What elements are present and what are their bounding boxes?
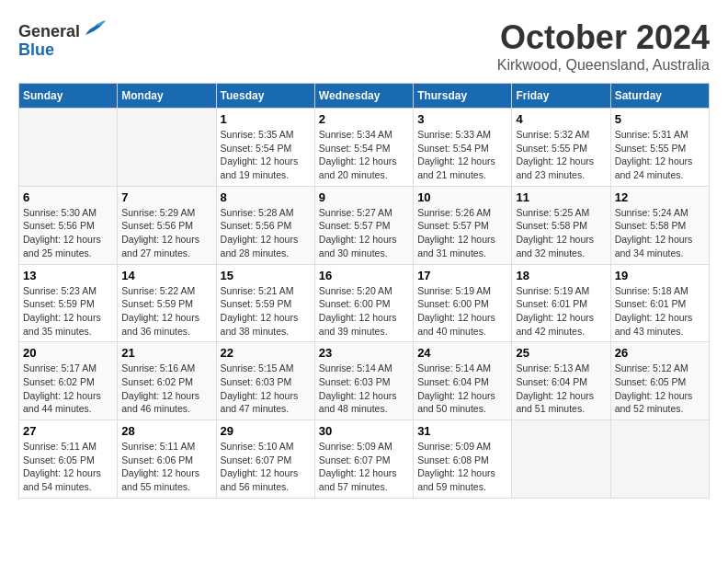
column-header-monday: Monday — [118, 84, 216, 109]
day-cell: 17Sunrise: 5:19 AMSunset: 6:00 PMDayligh… — [414, 264, 512, 342]
day-number: 18 — [516, 269, 606, 282]
day-number: 20 — [23, 346, 113, 360]
location: Kirkwood, Queensland, Australia — [497, 57, 710, 74]
column-header-saturday: Saturday — [610, 84, 709, 109]
day-info: Sunrise: 5:26 AMSunset: 5:57 PMDaylight:… — [417, 206, 507, 260]
day-info: Sunrise: 5:31 AMSunset: 5:55 PMDaylight:… — [615, 128, 705, 182]
day-cell: 20Sunrise: 5:17 AMSunset: 6:02 PMDayligh… — [19, 342, 118, 420]
day-info: Sunrise: 5:19 AMSunset: 6:00 PMDaylight:… — [417, 284, 507, 339]
day-cell: 19Sunrise: 5:18 AMSunset: 6:01 PMDayligh… — [610, 264, 709, 342]
day-number: 11 — [516, 190, 606, 204]
day-info: Sunrise: 5:15 AMSunset: 6:03 PMDaylight:… — [221, 362, 311, 416]
day-info: Sunrise: 5:17 AMSunset: 6:02 PMDaylight:… — [23, 362, 113, 416]
day-cell: 1Sunrise: 5:35 AMSunset: 5:54 PMDaylight… — [216, 109, 314, 187]
day-number: 13 — [23, 269, 113, 282]
column-header-tuesday: Tuesday — [216, 84, 314, 109]
day-info: Sunrise: 5:10 AMSunset: 6:07 PMDaylight:… — [221, 440, 311, 494]
day-cell — [512, 420, 610, 499]
day-cell: 8Sunrise: 5:28 AMSunset: 5:56 PMDaylight… — [216, 186, 314, 264]
day-number: 31 — [417, 424, 507, 438]
day-cell: 4Sunrise: 5:32 AMSunset: 5:55 PMDaylight… — [512, 109, 610, 187]
day-info: Sunrise: 5:14 AMSunset: 6:03 PMDaylight:… — [319, 362, 409, 416]
day-cell: 30Sunrise: 5:09 AMSunset: 6:07 PMDayligh… — [314, 420, 413, 499]
day-info: Sunrise: 5:11 AMSunset: 6:06 PMDaylight:… — [121, 440, 211, 494]
day-cell: 18Sunrise: 5:19 AMSunset: 6:01 PMDayligh… — [512, 264, 610, 342]
day-cell: 23Sunrise: 5:14 AMSunset: 6:03 PMDayligh… — [314, 342, 413, 420]
logo-bird-icon — [82, 18, 108, 44]
day-info: Sunrise: 5:24 AMSunset: 5:58 PMDaylight:… — [615, 206, 705, 260]
logo-general: General — [18, 22, 80, 41]
day-cell: 26Sunrise: 5:12 AMSunset: 6:05 PMDayligh… — [610, 342, 709, 420]
day-number: 27 — [23, 424, 113, 438]
week-row-4: 20Sunrise: 5:17 AMSunset: 6:02 PMDayligh… — [19, 342, 710, 420]
column-header-thursday: Thursday — [414, 84, 512, 109]
day-cell: 7Sunrise: 5:29 AMSunset: 5:56 PMDaylight… — [118, 186, 216, 264]
logo-blue: Blue — [18, 40, 54, 60]
day-number: 22 — [221, 346, 311, 360]
day-cell: 15Sunrise: 5:21 AMSunset: 5:59 PMDayligh… — [216, 264, 314, 342]
day-number: 15 — [221, 269, 311, 282]
title-area: October 2024 Kirkwood, Queensland, Austr… — [497, 18, 710, 74]
day-cell: 27Sunrise: 5:11 AMSunset: 6:05 PMDayligh… — [19, 420, 118, 499]
day-info: Sunrise: 5:11 AMSunset: 6:05 PMDaylight:… — [23, 440, 113, 494]
day-number: 14 — [121, 269, 211, 282]
day-number: 12 — [615, 190, 705, 204]
day-info: Sunrise: 5:14 AMSunset: 6:04 PMDaylight:… — [417, 362, 507, 416]
day-cell: 14Sunrise: 5:22 AMSunset: 5:59 PMDayligh… — [118, 264, 216, 342]
day-cell: 2Sunrise: 5:34 AMSunset: 5:54 PMDaylight… — [314, 109, 413, 187]
day-info: Sunrise: 5:18 AMSunset: 6:01 PMDaylight:… — [615, 284, 705, 339]
calendar-body: 1Sunrise: 5:35 AMSunset: 5:54 PMDaylight… — [19, 109, 710, 499]
day-info: Sunrise: 5:13 AMSunset: 6:04 PMDaylight:… — [516, 362, 606, 416]
week-row-5: 27Sunrise: 5:11 AMSunset: 6:05 PMDayligh… — [19, 420, 710, 499]
day-cell — [610, 420, 709, 499]
page-header: General Blue October 2024 Kirkwood, Quee… — [18, 18, 710, 74]
day-cell: 5Sunrise: 5:31 AMSunset: 5:55 PMDaylight… — [610, 109, 709, 187]
day-info: Sunrise: 5:35 AMSunset: 5:54 PMDaylight:… — [221, 128, 311, 182]
day-cell — [19, 109, 118, 187]
day-number: 5 — [615, 112, 705, 126]
day-number: 19 — [615, 269, 705, 282]
day-cell: 24Sunrise: 5:14 AMSunset: 6:04 PMDayligh… — [414, 342, 512, 420]
day-number: 9 — [319, 190, 409, 204]
day-cell: 31Sunrise: 5:09 AMSunset: 6:08 PMDayligh… — [414, 420, 512, 499]
column-header-wednesday: Wednesday — [314, 84, 413, 109]
day-info: Sunrise: 5:30 AMSunset: 5:56 PMDaylight:… — [23, 206, 113, 260]
day-number: 10 — [417, 190, 507, 204]
day-info: Sunrise: 5:29 AMSunset: 5:56 PMDaylight:… — [121, 206, 211, 260]
day-cell: 22Sunrise: 5:15 AMSunset: 6:03 PMDayligh… — [216, 342, 314, 420]
day-info: Sunrise: 5:25 AMSunset: 5:58 PMDaylight:… — [516, 206, 606, 260]
calendar-header-row: SundayMondayTuesdayWednesdayThursdayFrid… — [19, 84, 710, 109]
day-info: Sunrise: 5:33 AMSunset: 5:54 PMDaylight:… — [417, 128, 507, 182]
day-number: 25 — [516, 346, 606, 360]
column-header-sunday: Sunday — [19, 84, 118, 109]
day-info: Sunrise: 5:12 AMSunset: 6:05 PMDaylight:… — [615, 362, 705, 416]
day-cell: 11Sunrise: 5:25 AMSunset: 5:58 PMDayligh… — [512, 186, 610, 264]
day-info: Sunrise: 5:19 AMSunset: 6:01 PMDaylight:… — [516, 284, 606, 339]
week-row-2: 6Sunrise: 5:30 AMSunset: 5:56 PMDaylight… — [19, 186, 710, 264]
day-number: 21 — [121, 346, 211, 360]
day-cell: 13Sunrise: 5:23 AMSunset: 5:59 PMDayligh… — [19, 264, 118, 342]
day-number: 26 — [615, 346, 705, 360]
day-number: 30 — [319, 424, 409, 438]
day-cell: 29Sunrise: 5:10 AMSunset: 6:07 PMDayligh… — [216, 420, 314, 499]
day-number: 8 — [221, 190, 311, 204]
day-number: 1 — [221, 112, 311, 126]
day-cell: 9Sunrise: 5:27 AMSunset: 5:57 PMDaylight… — [314, 186, 413, 264]
week-row-1: 1Sunrise: 5:35 AMSunset: 5:54 PMDaylight… — [19, 109, 710, 187]
calendar-table: SundayMondayTuesdayWednesdayThursdayFrid… — [18, 83, 710, 499]
day-number: 24 — [417, 346, 507, 360]
day-cell: 6Sunrise: 5:30 AMSunset: 5:56 PMDaylight… — [19, 186, 118, 264]
day-number: 23 — [319, 346, 409, 360]
day-number: 6 — [23, 190, 113, 204]
day-number: 17 — [417, 269, 507, 282]
day-info: Sunrise: 5:34 AMSunset: 5:54 PMDaylight:… — [319, 128, 409, 182]
day-cell: 12Sunrise: 5:24 AMSunset: 5:58 PMDayligh… — [610, 186, 709, 264]
day-cell: 21Sunrise: 5:16 AMSunset: 6:02 PMDayligh… — [118, 342, 216, 420]
day-cell: 10Sunrise: 5:26 AMSunset: 5:57 PMDayligh… — [414, 186, 512, 264]
day-info: Sunrise: 5:21 AMSunset: 5:59 PMDaylight:… — [221, 284, 311, 339]
day-cell: 3Sunrise: 5:33 AMSunset: 5:54 PMDaylight… — [414, 109, 512, 187]
day-number: 29 — [221, 424, 311, 438]
day-cell — [118, 109, 216, 187]
day-number: 16 — [319, 269, 409, 282]
logo: General Blue — [18, 18, 108, 60]
